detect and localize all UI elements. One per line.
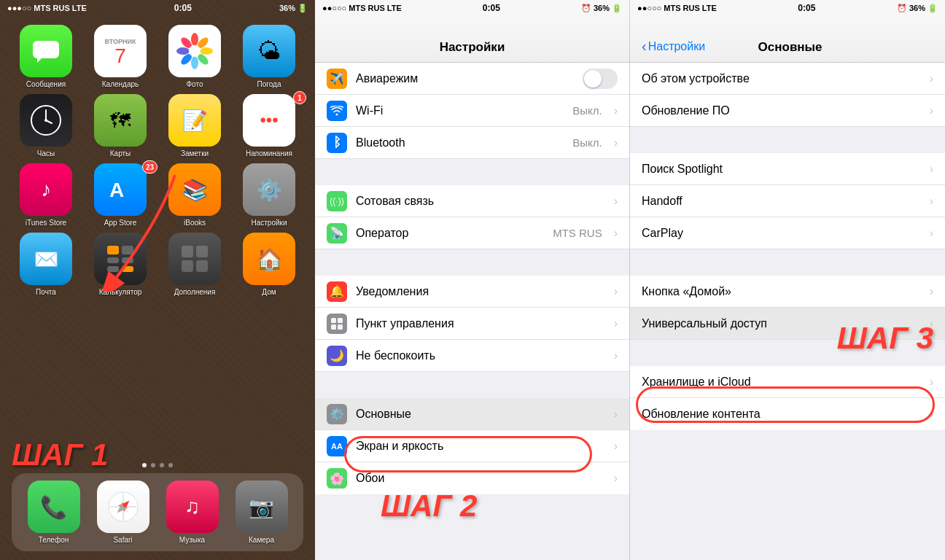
settings-item-bluetooth[interactable]: ᛒ Bluetooth Выкл. ›	[315, 127, 629, 159]
app-photos[interactable]: Фото	[160, 25, 229, 88]
page-dot-1	[142, 463, 147, 467]
bluetooth-label: Bluetooth	[356, 136, 564, 149]
home-label: Дом	[262, 288, 276, 296]
wifi-icon	[327, 101, 347, 121]
app-calculator[interactable]: Калькулятор	[86, 233, 155, 296]
svg-point-8	[176, 47, 190, 55]
svg-text:A: A	[109, 179, 124, 201]
app-notes[interactable]: 📝 Заметки	[160, 94, 229, 158]
reminders-label: Напоминания	[246, 149, 292, 158]
general-item-spotlight[interactable]: Поиск Spotlight ›	[630, 153, 945, 185]
maps-icon: 🗺	[94, 94, 147, 147]
dock-phone[interactable]: 📞 Телефон	[28, 481, 80, 544]
notifications-icon: 🔔	[327, 281, 347, 302]
status-carrier-home: ●●●○○ MTS RUS LTE	[7, 4, 87, 12]
settings-item-cellular[interactable]: ((·)) Сотовая связь ›	[315, 185, 629, 217]
general-separator-1	[630, 127, 945, 153]
handoff-label: Handoff	[642, 195, 918, 208]
app-settings[interactable]: ⚙️ Настройки	[235, 163, 303, 227]
controlcenter-label: Пункт управления	[356, 317, 602, 330]
weather-icon: 🌤	[243, 25, 295, 77]
wifi-chevron: ›	[614, 104, 618, 117]
settings-item-dnd[interactable]: 🌙 Не беспокоить ›	[315, 340, 629, 372]
settings-item-general[interactable]: ⚙️ Основные ›	[315, 398, 629, 430]
spotlight-chevron: ›	[930, 163, 933, 176]
svg-rect-35	[331, 324, 336, 330]
bluetooth-chevron: ›	[614, 136, 618, 149]
general-item-homebutton[interactable]: Кнопка «Домой» ›	[630, 276, 945, 308]
dock: 📞 Телефон Safari ♫ Музыка	[12, 473, 303, 551]
app-appstore[interactable]: A 23 App Store	[86, 163, 155, 227]
settings-item-controlcenter[interactable]: Пункт управления ›	[315, 308, 629, 340]
settings-separator-3	[315, 372, 629, 398]
display-chevron: ›	[614, 440, 618, 453]
app-maps[interactable]: 🗺 Карты	[86, 94, 155, 158]
app-mail[interactable]: ✉️ Почта	[12, 233, 80, 296]
step3-label: ШАГ 3	[837, 321, 933, 356]
appstore-badge: 23	[142, 160, 158, 174]
dock-music[interactable]: ♫ Музыка	[166, 481, 219, 544]
airplane-toggle[interactable]	[583, 69, 618, 89]
dnd-icon: 🌙	[327, 346, 347, 366]
svg-rect-24	[182, 260, 193, 272]
app-extras[interactable]: Дополнения	[160, 233, 229, 296]
app-home[interactable]: 🏠 Дом	[235, 233, 303, 296]
general-separator-2	[630, 249, 945, 276]
general-item-about[interactable]: Об этом устройстве ›	[630, 63, 945, 95]
status-carrier-general: ●●○○○ MTS RUS LTE	[637, 4, 717, 12]
wifi-label: Wi-Fi	[356, 104, 564, 117]
back-button[interactable]: ‹ Настройки	[642, 38, 705, 55]
svg-rect-22	[182, 246, 193, 257]
svg-rect-19	[122, 257, 133, 263]
mail-label: Почта	[36, 288, 56, 296]
status-carrier-settings: ●●○○○ MTS RUS LTE	[322, 4, 402, 12]
back-label: Настройки	[648, 40, 705, 53]
settings-list: ✈️ Авиарежим Wi-Fi Выкл. › ᛒ Bluetooth В…	[315, 63, 629, 560]
safari-label: Safari	[113, 536, 132, 544]
app-clock[interactable]: Часы	[12, 94, 80, 158]
app-calendar[interactable]: ВТОРНИК 7 Календарь	[86, 25, 155, 88]
airplane-icon: ✈️	[327, 69, 347, 89]
general-item-bgrefresh[interactable]: Обновление контента ›	[630, 398, 945, 430]
settings-header: Настройки	[315, 16, 629, 63]
page-dot-4	[168, 463, 173, 467]
extras-label: Дополнения	[174, 288, 216, 296]
app-reminders[interactable]: ••• 1 Напоминания	[235, 94, 303, 158]
home-icon: 🏠	[243, 233, 295, 285]
display-label: Экран и яркость	[356, 440, 602, 453]
bluetooth-value: Выкл.	[572, 136, 602, 149]
general-item-software[interactable]: Обновление ПО ›	[630, 95, 945, 127]
reminders-badge: 1	[293, 91, 306, 104]
settings-item-carrier[interactable]: 📡 Оператор MTS RUS ›	[315, 217, 629, 249]
notifications-chevron: ›	[614, 285, 618, 298]
handoff-chevron: ›	[930, 195, 933, 208]
carplay-chevron: ›	[930, 227, 933, 240]
carrier-value: MTS RUS	[553, 227, 602, 239]
settings-item-airplane[interactable]: ✈️ Авиарежим	[315, 63, 629, 95]
app-itunes[interactable]: ♪ iTunes Store	[12, 163, 80, 227]
dock-safari[interactable]: Safari	[97, 481, 149, 544]
general-item-storage[interactable]: Хранилище и iCloud ›	[630, 366, 945, 398]
itunes-icon: ♪	[20, 163, 72, 216]
settings-item-notifications[interactable]: 🔔 Уведомления ›	[315, 276, 629, 308]
general-settings-screen: ●●○○○ MTS RUS LTE 0:05 ⏰ 36% 🔋 ‹ Настрой…	[630, 0, 945, 560]
settings-item-display[interactable]: AA Экран и яркость ›	[315, 430, 629, 462]
page-dot-2	[151, 463, 155, 467]
app-weather[interactable]: 🌤 Погода	[235, 25, 303, 88]
step1-label: ШАГ 1	[12, 438, 108, 472]
app-ibooks[interactable]: 📚 iBooks	[160, 163, 229, 227]
software-label: Обновление ПО	[642, 104, 918, 117]
settings-item-wifi[interactable]: Wi-Fi Выкл. ›	[315, 95, 629, 127]
about-label: Об этом устройстве	[642, 72, 918, 85]
wallpaper-label: Обои	[356, 472, 602, 485]
calendar-icon: ВТОРНИК 7	[94, 25, 147, 77]
dock-camera[interactable]: 📷 Камера	[236, 481, 288, 544]
general-item-handoff[interactable]: Handoff ›	[630, 185, 945, 217]
dnd-chevron: ›	[614, 349, 618, 362]
svg-rect-17	[122, 246, 133, 254]
notes-label: Заметки	[181, 149, 209, 158]
phone-label: Телефон	[39, 536, 69, 544]
general-item-carplay[interactable]: CarPlay ›	[630, 217, 945, 249]
notes-icon: 📝	[168, 94, 221, 147]
app-messages[interactable]: Сообщения	[12, 25, 80, 88]
